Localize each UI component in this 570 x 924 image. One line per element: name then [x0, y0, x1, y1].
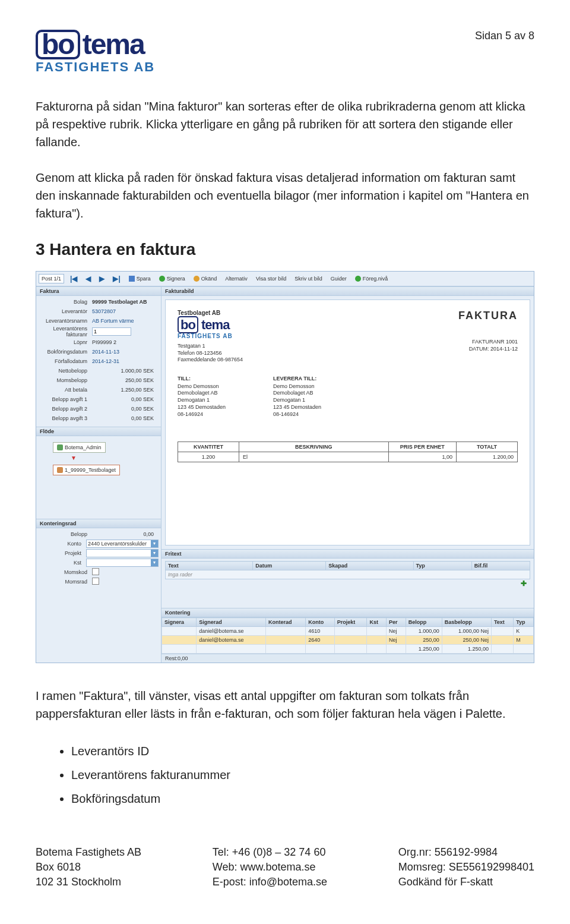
flow-arrow-icon: ▼	[71, 455, 159, 461]
kontering-panel-head: Kontering	[162, 608, 534, 617]
lopnr-label: Löpnr	[39, 339, 90, 345]
inv-lev-4: 08-146924	[273, 411, 321, 418]
inv-till-2: Demogatan 1	[178, 397, 226, 404]
flow-test-box[interactable]: 1_99999_Testbolaget	[53, 465, 120, 475]
inv-logo-sub: FASTIGHETS AB	[178, 333, 243, 339]
kt-h-text[interactable]: Text	[491, 618, 513, 627]
okand-button[interactable]: Okänd	[191, 275, 220, 283]
rest-row: Rest:0,00	[162, 654, 534, 663]
kt-h-signerad[interactable]: Signerad	[197, 618, 266, 627]
dropdown-icon: ▾	[151, 559, 158, 566]
a3-value: 0,00 SEK	[91, 415, 159, 421]
levnamn-value: AB Fortum värme	[91, 318, 159, 324]
inv-addr3: Faxmeddelande 08-987654	[178, 357, 243, 364]
guider-button[interactable]: Guider	[328, 275, 349, 283]
kr-kst-label: Kst	[39, 560, 84, 566]
flow-admin-box[interactable]: Botema_Admin	[53, 442, 106, 453]
inv-th-pr: PRIS PER ENHET	[388, 442, 456, 452]
faktura-panel-head: Faktura	[36, 286, 161, 296]
visa-stor-bild-button[interactable]: Visa stor bild	[254, 275, 289, 283]
inv-company: Testbolaget AB	[178, 310, 243, 316]
add-row-button[interactable]: ✚	[521, 579, 530, 588]
list-item: Leverantörens fakturanummer	[71, 764, 534, 786]
ft-h-skapad[interactable]: Skapad	[326, 562, 413, 570]
inv-meta1: FAKTURANR 1001	[458, 339, 518, 346]
a1-value: 0,00 SEK	[91, 396, 159, 402]
kt-h-per[interactable]: Per	[387, 618, 406, 627]
nav-first-button[interactable]: |◀	[68, 273, 80, 284]
nav-next-button[interactable]: ▶	[97, 273, 107, 284]
kt-h-kst[interactable]: Kst	[367, 618, 387, 627]
a2-label: Belopp avgift 2	[39, 406, 90, 412]
table-row[interactable]: daniel@botema.se 4610 Nej 1.000,00 1.000…	[162, 627, 534, 636]
levfaktnr-input[interactable]	[92, 327, 131, 336]
kr-belopp-value[interactable]: 0,00	[91, 531, 159, 537]
bokdatum-value[interactable]: 2014-11-13	[91, 349, 159, 355]
attbetala-value: 1.250,00 SEK	[91, 387, 159, 393]
save-icon	[129, 276, 135, 282]
nav-prev-button[interactable]: ◀	[83, 273, 93, 284]
kt-h-belopp[interactable]: Belopp	[406, 618, 442, 627]
nav-last-button[interactable]: ▶|	[110, 273, 122, 284]
inv-lev-0: Demo Demosson	[273, 383, 321, 390]
footer-c2-0: Tel: +46 (0)8 – 32 74 60	[213, 845, 327, 860]
ft-h-bif[interactable]: Bif.fil	[471, 562, 530, 570]
inv-th-to: TOTALT	[457, 442, 518, 452]
inv-th-kv: KVANTITET	[178, 442, 239, 452]
list-item: Leverantörs ID	[71, 740, 534, 762]
question-icon	[194, 276, 200, 282]
table-row[interactable]: daniel@botema.se 2640 Nej 250,00 250,00 …	[162, 636, 534, 645]
ft-h-text[interactable]: Text	[166, 562, 253, 570]
levfaktnr-label: Leverantörens fakturanr	[39, 326, 90, 338]
invoice-line-table: KVANTITET BESKRIVNING PRIS PER ENHET TOT…	[178, 441, 518, 462]
ft-h-datum[interactable]: Datum	[253, 562, 326, 570]
inv-till-1: Demobolaget AB	[178, 390, 226, 397]
logo-bo: bo	[36, 30, 80, 59]
paragraph-1: Fakturorna på sidan "Mina fakturor" kan …	[36, 97, 534, 151]
skriv-ut-bild-button[interactable]: Skriv ut bild	[292, 275, 325, 283]
fakturabild-panel-head: Fakturabild	[162, 286, 534, 296]
inv-row-to: 1.200,00	[457, 452, 518, 462]
flode-panel-head: Flöde	[36, 427, 161, 436]
kr-momsrad-checkbox[interactable]	[92, 578, 99, 585]
inv-lev-2: Demogatan 1	[273, 397, 321, 404]
kt-h-basbelopp[interactable]: Basbelopp	[442, 618, 491, 627]
footer-c3-2: Godkänd för F-skatt	[398, 875, 534, 890]
inv-till-0: Demo Demosson	[178, 383, 226, 390]
post-indicator: Post 1/1	[39, 274, 64, 283]
bolag-value: 99999 Testbolaget AB	[91, 299, 159, 305]
paragraph-3: I ramen "Faktura", till vänster, visas e…	[36, 687, 534, 723]
footer-c1-1: Box 6018	[36, 860, 141, 875]
spara-button[interactable]: Spara	[126, 275, 153, 283]
inv-lev-1: Demobolaget AB	[273, 390, 321, 397]
kt-h-projekt[interactable]: Projekt	[334, 618, 367, 627]
kt-h-signera[interactable]: Signera	[162, 618, 197, 627]
kr-konto-label: Konto	[39, 541, 84, 547]
kr-momskod-checkbox[interactable]	[92, 568, 99, 575]
kr-kst-select[interactable]: ▾	[86, 559, 159, 567]
inv-lev-head: LEVERERA TILL:	[273, 376, 321, 383]
inv-logo-tema: tema	[201, 317, 229, 332]
kr-projekt-select[interactable]: ▾	[86, 549, 159, 557]
forfdatum-value[interactable]: 2014-12-31	[91, 358, 159, 364]
moms-value: 250,00 SEK	[91, 377, 159, 383]
signera-button[interactable]: Signera	[157, 275, 188, 283]
ft-h-typ[interactable]: Typ	[413, 562, 471, 570]
doc-icon	[57, 467, 63, 473]
footer: Botema Fastighets AB Box 6018 102 31 Sto…	[36, 845, 534, 890]
bolag-label: Bolag	[39, 299, 90, 305]
alternativ-button[interactable]: Alternativ	[223, 275, 250, 283]
inv-till-head: TILL:	[178, 376, 226, 383]
inv-title: FAKTURA	[458, 310, 518, 322]
kt-h-konterad[interactable]: Konterad	[265, 618, 305, 627]
leverantor-value[interactable]: 53072807	[91, 308, 159, 314]
lopnr-value: PI99999 2	[91, 339, 159, 345]
kt-h-konto[interactable]: Konto	[306, 618, 335, 627]
kr-konto-select[interactable]: 2440 Leverantörsskulder▾	[86, 540, 159, 548]
ft-empty: Inga rader	[166, 570, 530, 579]
logo-sub: FASTIGHETS AB	[36, 61, 155, 74]
kt-h-typ[interactable]: Typ	[514, 618, 534, 627]
foreg-niva-button[interactable]: Föreg.nivå	[353, 275, 391, 283]
kr-momsrad-label: Momsrad	[39, 579, 90, 585]
logo-tema: tema	[83, 30, 144, 59]
